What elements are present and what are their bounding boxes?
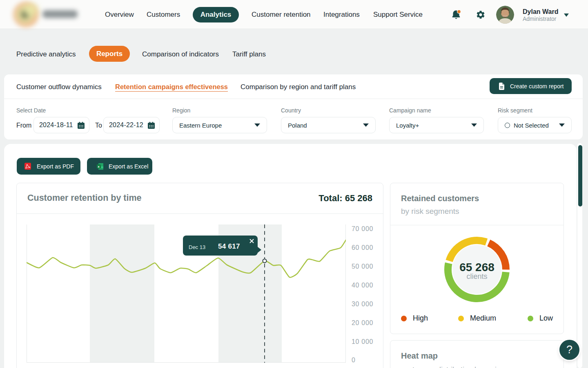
svg-text:x: x — [98, 165, 100, 168]
